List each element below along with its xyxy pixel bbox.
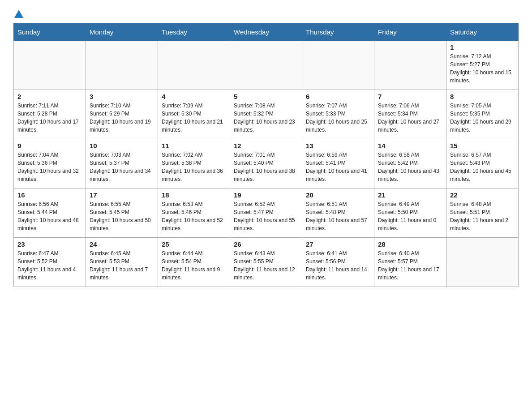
table-row <box>86 41 158 90</box>
day-info: Sunrise: 7:06 AMSunset: 5:34 PMDaylight:… <box>378 102 442 134</box>
day-number: 11 <box>162 142 226 150</box>
table-row: 23Sunrise: 6:47 AMSunset: 5:52 PMDayligh… <box>14 238 86 287</box>
day-number: 6 <box>306 93 370 100</box>
table-row: 9Sunrise: 7:04 AMSunset: 5:36 PMDaylight… <box>14 139 86 188</box>
calendar-week-row: 16Sunrise: 6:56 AMSunset: 5:44 PMDayligh… <box>14 188 519 238</box>
day-number: 14 <box>378 142 442 150</box>
table-row: 15Sunrise: 6:57 AMSunset: 5:43 PMDayligh… <box>446 139 519 188</box>
day-number: 19 <box>234 191 298 199</box>
day-info: Sunrise: 6:52 AMSunset: 5:47 PMDaylight:… <box>234 200 298 232</box>
day-number: 17 <box>90 191 154 199</box>
table-row <box>158 41 230 90</box>
table-row: 14Sunrise: 6:58 AMSunset: 5:42 PMDayligh… <box>374 139 446 188</box>
day-info: Sunrise: 6:53 AMSunset: 5:46 PMDaylight:… <box>162 200 226 232</box>
calendar-header-row: Sunday Monday Tuesday Wednesday Thursday… <box>14 24 519 41</box>
table-row <box>446 238 519 287</box>
col-monday: Monday <box>86 24 158 41</box>
table-row: 11Sunrise: 7:02 AMSunset: 5:38 PMDayligh… <box>158 139 230 188</box>
day-info: Sunrise: 7:03 AMSunset: 5:37 PMDaylight:… <box>90 151 154 183</box>
table-row: 4Sunrise: 7:09 AMSunset: 5:30 PMDaylight… <box>158 90 230 139</box>
day-number: 16 <box>17 191 82 199</box>
day-info: Sunrise: 6:43 AMSunset: 5:55 PMDaylight:… <box>234 249 298 282</box>
day-info: Sunrise: 6:48 AMSunset: 5:51 PMDaylight:… <box>450 200 515 232</box>
table-row: 24Sunrise: 6:45 AMSunset: 5:53 PMDayligh… <box>86 238 158 287</box>
day-info: Sunrise: 6:41 AMSunset: 5:56 PMDaylight:… <box>306 249 370 282</box>
day-info: Sunrise: 6:51 AMSunset: 5:48 PMDaylight:… <box>306 200 370 232</box>
day-number: 18 <box>162 191 226 199</box>
day-info: Sunrise: 7:10 AMSunset: 5:29 PMDaylight:… <box>90 102 154 134</box>
table-row: 26Sunrise: 6:43 AMSunset: 5:55 PMDayligh… <box>230 238 302 287</box>
table-row: 18Sunrise: 6:53 AMSunset: 5:46 PMDayligh… <box>158 188 230 238</box>
svg-marker-0 <box>14 10 23 18</box>
col-tuesday: Tuesday <box>158 24 230 41</box>
table-row: 21Sunrise: 6:49 AMSunset: 5:50 PMDayligh… <box>374 188 446 238</box>
day-info: Sunrise: 6:47 AMSunset: 5:52 PMDaylight:… <box>17 249 82 282</box>
day-number: 2 <box>17 93 82 100</box>
day-info: Sunrise: 6:57 AMSunset: 5:43 PMDaylight:… <box>450 151 515 183</box>
col-sunday: Sunday <box>14 24 86 41</box>
logo <box>13 9 23 19</box>
day-number: 20 <box>306 191 370 199</box>
day-number: 25 <box>162 240 226 248</box>
day-info: Sunrise: 6:40 AMSunset: 5:57 PMDaylight:… <box>378 249 442 282</box>
calendar-week-row: 23Sunrise: 6:47 AMSunset: 5:52 PMDayligh… <box>14 238 519 287</box>
day-number: 22 <box>450 191 515 199</box>
day-info: Sunrise: 7:05 AMSunset: 5:35 PMDaylight:… <box>450 102 515 134</box>
day-number: 10 <box>90 142 154 150</box>
day-number: 15 <box>450 142 515 150</box>
day-info: Sunrise: 6:59 AMSunset: 5:41 PMDaylight:… <box>306 151 370 183</box>
day-number: 9 <box>17 142 82 150</box>
table-row: 19Sunrise: 6:52 AMSunset: 5:47 PMDayligh… <box>230 188 302 238</box>
table-row: 13Sunrise: 6:59 AMSunset: 5:41 PMDayligh… <box>302 139 374 188</box>
day-info: Sunrise: 7:07 AMSunset: 5:33 PMDaylight:… <box>306 102 370 134</box>
calendar-week-row: 2Sunrise: 7:11 AMSunset: 5:28 PMDaylight… <box>14 90 519 139</box>
calendar-table: Sunday Monday Tuesday Wednesday Thursday… <box>13 23 519 287</box>
table-row: 10Sunrise: 7:03 AMSunset: 5:37 PMDayligh… <box>86 139 158 188</box>
day-info: Sunrise: 7:09 AMSunset: 5:30 PMDaylight:… <box>162 102 226 134</box>
day-number: 26 <box>234 240 298 248</box>
table-row: 28Sunrise: 6:40 AMSunset: 5:57 PMDayligh… <box>374 238 446 287</box>
table-row: 2Sunrise: 7:11 AMSunset: 5:28 PMDaylight… <box>14 90 86 139</box>
logo-triangle-icon <box>14 9 23 19</box>
table-row: 25Sunrise: 6:44 AMSunset: 5:54 PMDayligh… <box>158 238 230 287</box>
day-info: Sunrise: 6:56 AMSunset: 5:44 PMDaylight:… <box>17 200 82 232</box>
table-row: 1Sunrise: 7:12 AMSunset: 5:27 PMDaylight… <box>446 41 519 90</box>
day-number: 27 <box>306 240 370 248</box>
table-row <box>374 41 446 90</box>
table-row: 3Sunrise: 7:10 AMSunset: 5:29 PMDaylight… <box>86 90 158 139</box>
col-saturday: Saturday <box>446 24 519 41</box>
day-info: Sunrise: 7:04 AMSunset: 5:36 PMDaylight:… <box>17 151 82 183</box>
table-row <box>230 41 302 90</box>
day-info: Sunrise: 6:49 AMSunset: 5:50 PMDaylight:… <box>378 200 442 232</box>
col-thursday: Thursday <box>302 24 374 41</box>
calendar-week-row: 9Sunrise: 7:04 AMSunset: 5:36 PMDaylight… <box>14 139 519 188</box>
day-number: 13 <box>306 142 370 150</box>
day-number: 21 <box>378 191 442 199</box>
day-info: Sunrise: 7:02 AMSunset: 5:38 PMDaylight:… <box>162 151 226 183</box>
day-number: 5 <box>234 93 298 100</box>
table-row: 22Sunrise: 6:48 AMSunset: 5:51 PMDayligh… <box>446 188 519 238</box>
table-row: 6Sunrise: 7:07 AMSunset: 5:33 PMDaylight… <box>302 90 374 139</box>
calendar-week-row: 1Sunrise: 7:12 AMSunset: 5:27 PMDaylight… <box>14 41 519 90</box>
day-info: Sunrise: 7:12 AMSunset: 5:27 PMDaylight:… <box>450 52 515 85</box>
day-number: 12 <box>234 142 298 150</box>
day-number: 1 <box>450 43 515 51</box>
day-info: Sunrise: 6:45 AMSunset: 5:53 PMDaylight:… <box>90 249 154 282</box>
table-row: 16Sunrise: 6:56 AMSunset: 5:44 PMDayligh… <box>14 188 86 238</box>
table-row: 7Sunrise: 7:06 AMSunset: 5:34 PMDaylight… <box>374 90 446 139</box>
day-number: 8 <box>450 93 515 100</box>
table-row: 8Sunrise: 7:05 AMSunset: 5:35 PMDaylight… <box>446 90 519 139</box>
table-row <box>14 41 86 90</box>
table-row <box>302 41 374 90</box>
table-row: 12Sunrise: 7:01 AMSunset: 5:40 PMDayligh… <box>230 139 302 188</box>
page-header <box>13 9 519 19</box>
day-info: Sunrise: 6:58 AMSunset: 5:42 PMDaylight:… <box>378 151 442 183</box>
day-number: 4 <box>162 93 226 100</box>
col-friday: Friday <box>374 24 446 41</box>
table-row: 5Sunrise: 7:08 AMSunset: 5:32 PMDaylight… <box>230 90 302 139</box>
day-info: Sunrise: 7:11 AMSunset: 5:28 PMDaylight:… <box>17 102 82 134</box>
day-info: Sunrise: 6:55 AMSunset: 5:45 PMDaylight:… <box>90 200 154 232</box>
day-info: Sunrise: 6:44 AMSunset: 5:54 PMDaylight:… <box>162 249 226 282</box>
day-number: 24 <box>90 240 154 248</box>
day-number: 3 <box>90 93 154 100</box>
